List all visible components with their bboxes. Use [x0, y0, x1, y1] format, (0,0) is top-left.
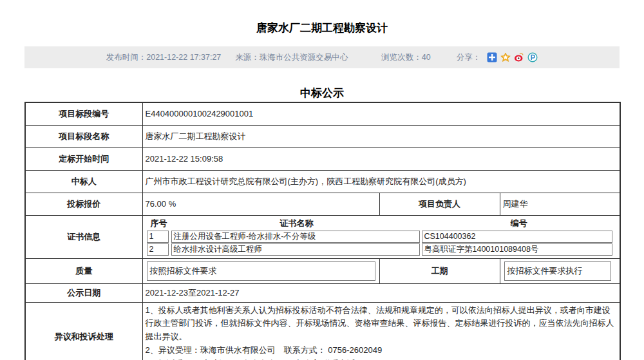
table-row: 定标开始时间 2021-12-22 15:09:58: [25, 147, 620, 170]
quality-value: 按照招标文件要求: [147, 261, 375, 281]
share-p-icon[interactable]: [527, 52, 538, 62]
section-number-value: E4404000001002429001001: [142, 102, 620, 125]
certificate-row: 1 注册公用设备工程师-给水排水-不分等级 CS104400362: [147, 231, 616, 243]
award-start-time-value: 2021-12-22 15:09:58: [142, 147, 620, 170]
certificate-row: 2 给水排水设计高级工程师 粤高职证字第1400101089408号: [147, 243, 616, 256]
weibo-icon[interactable]: [514, 52, 524, 62]
publish-time: 发布时间：2021-12-22 17:37:27: [106, 52, 222, 63]
objection-line-1: 1、投标人或者其他利害关系人认为招标投标活动不符合法律、法规和规章规定的，可以依…: [146, 304, 618, 344]
award-start-time-label: 定标开始时间: [25, 147, 142, 170]
share: 分享：: [457, 52, 538, 63]
source: 来源：珠海市公共资源交易中心: [235, 52, 348, 63]
table-row: 项目标段编号 E4404000001002429001001: [25, 102, 620, 125]
quality-label: 质量: [25, 258, 142, 283]
announcement-heading: 中标公示: [0, 86, 644, 100]
section-number-label: 项目标段编号: [25, 102, 142, 125]
table-row: 项目标段名称 唐家水厂二期工程勘察设计: [25, 125, 620, 147]
meta-bar: 发布时间：2021-12-22 17:37:27 来源：珠海市公共资源交易中心 …: [24, 46, 620, 68]
table-row-objection: 异议和投诉处理 1、投标人或者其他利害关系人认为招标投标活动不符合法律、法规和规…: [25, 302, 620, 360]
certificates-cell: 序号 证书名称 编号 1 注册公用设备工程师-给水排水-不分等级 CS10440…: [142, 215, 620, 258]
winner-value: 广州市市政工程设计研究总院有限公司(主办方)，陕西工程勘察研究院有限公司(成员方…: [142, 170, 620, 193]
table-row: 公示日期 2021-12-23至2021-12-27: [25, 283, 620, 302]
share-add-icon[interactable]: [487, 52, 497, 62]
view-count-value: 40: [422, 53, 431, 62]
table-row-certificates: 证书信息 序号 证书名称 编号 1 注册公用设备工程师-给水排水-不分等级 CS…: [25, 215, 620, 258]
cert-name-header: 证书名称: [171, 218, 422, 229]
table-row: 中标人 广州市市政工程设计研究总院有限公司(主办方)，陕西工程勘察研究院有限公司…: [25, 170, 620, 193]
share-label: 分享：: [457, 53, 481, 62]
objection-line-3: 投诉受理： 市建设工程招标投标管理办公室 联系电话0756-2538803: [146, 357, 618, 360]
cert-number: CS104400362: [422, 231, 613, 243]
cert-index: 1: [147, 231, 169, 243]
source-label: 来源：: [235, 53, 260, 62]
source-value: 珠海市公共资源交易中心: [260, 53, 348, 62]
publicity-period-value: 2021-12-23至2021-12-27: [142, 283, 620, 302]
project-leader-label: 项目负责人: [379, 193, 500, 215]
page-title: 唐家水厂二期工程勘察设计: [0, 0, 644, 35]
objection-label: 异议和投诉处理: [25, 302, 142, 360]
publicity-period-label: 公示日期: [25, 283, 142, 302]
quality-cell: 按照招标文件要求: [142, 258, 379, 283]
cert-index: 2: [147, 243, 169, 256]
certificates-label: 证书信息: [25, 215, 142, 258]
table-row: 投标报价 76.00 % 项目负责人 周建华: [25, 193, 620, 215]
bid-price-label: 投标报价: [25, 193, 142, 215]
publish-time-value: 2021-12-22 17:37:27: [146, 53, 221, 62]
award-announcement-table: 项目标段编号 E4404000001002429001001 项目标段名称 唐家…: [24, 102, 621, 360]
share-icons: [487, 52, 538, 62]
view-count-label: 浏览次数：: [381, 53, 422, 62]
duration-value: 按招标文件要求执行: [504, 261, 612, 281]
duration-cell: 按招标文件要求执行: [500, 258, 620, 283]
cert-number: 粤高职证字第1400101089408号: [422, 243, 613, 256]
publish-time-label: 发布时间：: [106, 53, 147, 62]
project-leader-value: 周建华: [500, 193, 620, 215]
section-name-label: 项目标段名称: [25, 125, 142, 147]
objection-cell: 1、投标人或者其他利害关系人认为招标投标活动不符合法律、法规和规章规定的，可以依…: [142, 302, 620, 360]
cert-name: 注册公用设备工程师-给水排水-不分等级: [171, 231, 420, 243]
cert-name: 给水排水设计高级工程师: [171, 243, 420, 256]
view-count: 浏览次数：40: [381, 52, 430, 63]
winner-label: 中标人: [25, 170, 142, 193]
table-row: 质量 按照招标文件要求 工期 按招标文件要求执行: [25, 258, 620, 283]
duration-label: 工期: [379, 258, 500, 283]
qzone-star-icon[interactable]: [500, 52, 511, 62]
section-name-value: 唐家水厂二期工程勘察设计: [142, 125, 620, 147]
objection-line-2: 2、异议受理：珠海市供水有限公司 联系方式： 0756-2602049: [146, 344, 618, 357]
cert-number-header: 编号: [422, 218, 616, 229]
bid-price-value: 76.00 %: [142, 193, 379, 215]
cert-index-header: 序号: [147, 218, 171, 229]
certificates-header-row: 序号 证书名称 编号: [147, 218, 616, 230]
